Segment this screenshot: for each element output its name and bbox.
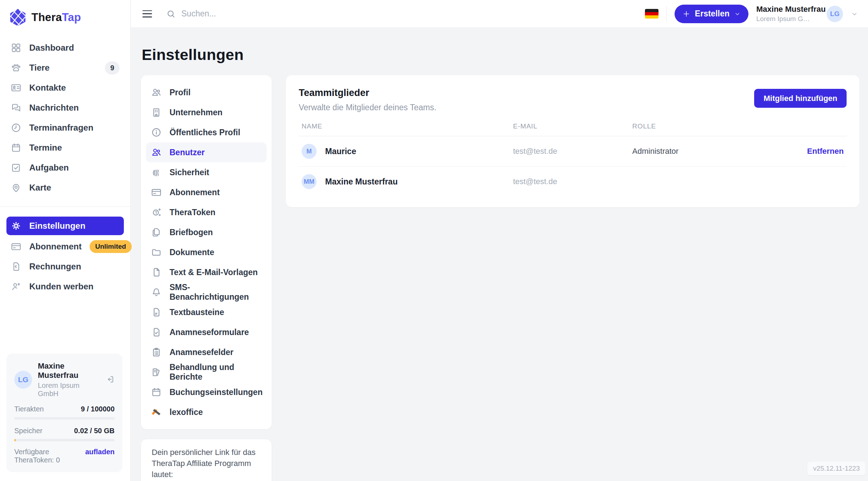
grid-icon: [11, 42, 21, 53]
credit-card-icon: [11, 241, 21, 252]
page-title: Einstellungen: [142, 46, 859, 64]
sidebar-item-nachrichten[interactable]: Nachrichten: [6, 98, 124, 118]
add-member-button[interactable]: Mitglied hinzufügen: [754, 89, 847, 108]
settings-nav-label: Abonnement: [170, 188, 220, 197]
sidebar-item-label: Nachrichten: [29, 103, 79, 113]
topbar-divider: [666, 6, 667, 21]
settings-nav-unternehmen[interactable]: Unternehmen: [146, 102, 267, 122]
app-logo[interactable]: TheraTap: [0, 0, 130, 29]
sidebar-divider: [0, 206, 130, 207]
token-topup-link[interactable]: aufladen: [85, 448, 115, 464]
bell-icon: [151, 287, 162, 298]
settings-nav-profil[interactable]: Profil: [146, 82, 267, 102]
sidebar-nav: Dashboard Tiere 9 Kontakte Nachrichten T…: [0, 29, 130, 198]
sidebar-item-label: Rechnungen: [29, 262, 81, 272]
settings-nav-anamneseformulare[interactable]: Anamneseformulare: [146, 322, 267, 342]
app-title: TheraTap: [31, 11, 81, 24]
clock-icon: [11, 122, 21, 133]
sidebar-item-label: Termine: [29, 143, 62, 153]
logout-icon[interactable]: [106, 375, 115, 385]
topbar: Erstellen Maxine Musterfrau Lorem Ipsum …: [131, 0, 868, 28]
stat-speicher: Speicher 0.02 / 50 GB: [14, 427, 115, 435]
settings-nav-textbausteine[interactable]: Textbausteine: [146, 302, 267, 322]
info-circle-icon: [151, 127, 162, 138]
settings-nav-label: Anamnesefelder: [170, 348, 233, 357]
user-menu-chevron-icon[interactable]: [851, 10, 858, 17]
member-avatar: MM: [302, 174, 317, 189]
sidebar-item-label: Kunden werben: [29, 282, 94, 292]
remove-member-link[interactable]: Entfernen: [794, 147, 844, 156]
sidebar-item-label: Aufgaben: [29, 163, 69, 173]
svg-text:€: €: [15, 264, 17, 269]
sidebar-item-label: Einstellungen: [29, 221, 85, 231]
sidebar-item-rechnungen[interactable]: € Rechnungen: [6, 257, 124, 277]
settings-nav-theratoken[interactable]: T TheraToken: [146, 202, 267, 222]
settings-nav-buchungseinstellungen[interactable]: Buchungseinstellungen: [146, 382, 267, 402]
german-flag-icon[interactable]: [645, 9, 658, 19]
theratap-logo-icon: [9, 8, 26, 27]
tiere-count-badge: 9: [105, 61, 120, 75]
search-input[interactable]: [181, 9, 395, 19]
sidebar-item-termine[interactable]: Termine: [6, 138, 124, 158]
app-version-badge: v25.12.11-1223: [807, 462, 866, 475]
sidebar-item-kontakte[interactable]: Kontakte: [6, 78, 124, 98]
file-icon: [151, 267, 162, 278]
user-plus-icon: [11, 281, 21, 292]
settings-nav-label: Anamneseformulare: [170, 328, 249, 337]
topbar-avatar[interactable]: LG: [827, 6, 843, 22]
contact-card-icon: [11, 82, 21, 93]
global-search: [166, 9, 645, 19]
main-content: Einstellungen Profil Unternehmen Öffentl…: [131, 28, 868, 481]
settings-nav-label: Dokumente: [170, 248, 214, 257]
sidebar-item-aufgaben[interactable]: Aufgaben: [6, 158, 124, 178]
member-avatar: M: [302, 144, 317, 159]
column-header-name: NAME: [302, 122, 513, 130]
affiliate-card: Dein persönlicher Link für das TheraTap …: [141, 439, 272, 481]
pages-icon: [151, 227, 162, 238]
settings-nav-dokumente[interactable]: Dokumente: [146, 242, 267, 262]
settings-nav-anamnesefelder[interactable]: Anamnesefelder: [146, 342, 267, 362]
invoice-euro-icon: €: [11, 261, 21, 272]
sidebar-item-tiere[interactable]: Tiere 9: [6, 58, 124, 78]
sidebar-item-einstellungen[interactable]: Einstellungen: [6, 217, 124, 235]
speicher-progress-bar: [14, 439, 115, 441]
settings-nav-label: lexoffice: [170, 407, 203, 417]
settings-nav-abonnement[interactable]: Abonnement: [146, 182, 267, 202]
token-icon: T: [151, 207, 162, 218]
file-text-icon: [151, 307, 162, 318]
sidebar-item-karte[interactable]: Karte: [6, 178, 124, 198]
settings-nav-label: Öffentliches Profil: [170, 128, 240, 137]
sidebar-item-kunden-werben[interactable]: Kunden werben: [6, 277, 124, 297]
menu-toggle-icon[interactable]: [142, 10, 152, 17]
settings-nav-behandlung-berichte[interactable]: Behandlung und Berichte: [146, 362, 267, 382]
settings-nav-label: Benutzer: [170, 148, 205, 157]
unlimited-badge: Unlimited: [90, 240, 132, 253]
topbar-user-info[interactable]: Maxine Musterfrau Lorem Ipsum G…: [756, 5, 819, 22]
create-button-label: Erstellen: [695, 9, 730, 19]
settings-nav-sms-benachrichtigungen[interactable]: SMS-Benachrichtigungen: [146, 282, 267, 302]
settings-nav-lexoffice[interactable]: lexoffice: [146, 402, 267, 422]
settings-nav-oeffentliches-profil[interactable]: Öffentliches Profil: [146, 122, 267, 142]
credit-card-icon: [151, 187, 162, 198]
fingerprint-icon: [151, 167, 162, 178]
sidebar-item-abonnement[interactable]: Abonnement Unlimited: [6, 237, 124, 257]
sidebar-user-card: LG Maxine Musterfrau Lorem Ipsum GmbH Ti…: [6, 354, 122, 472]
create-button[interactable]: Erstellen: [675, 5, 748, 23]
settings-nav-label: TheraToken: [170, 208, 216, 217]
lexoffice-logo-icon: [151, 407, 162, 417]
chat-icon: [11, 102, 21, 113]
settings-nav-text-email-vorlagen[interactable]: Text & E-Mail-Vorlagen: [146, 262, 267, 282]
stat-tierakten: Tierakten 9 / 100000: [14, 405, 115, 413]
sidebar-item-dashboard[interactable]: Dashboard: [6, 38, 124, 58]
task-check-icon: [11, 162, 21, 173]
profile-users-icon: [151, 87, 162, 98]
settings-nav-sicherheit[interactable]: Sicherheit: [146, 162, 267, 182]
table-row: M Maurice test@test.de Administrator Ent…: [299, 136, 847, 167]
settings-nav-label: SMS-Benachrichtigungen: [170, 283, 262, 302]
settings-nav-benutzer[interactable]: Benutzer: [146, 142, 267, 162]
sidebar-item-terminanfragen[interactable]: Terminanfragen: [6, 118, 124, 138]
sidebar-item-label: Karte: [29, 183, 51, 193]
settings-nav-label: Sicherheit: [170, 168, 209, 177]
settings-nav-briefbogen[interactable]: Briefbogen: [146, 222, 267, 242]
settings-nav-label: Textbausteine: [170, 308, 224, 317]
